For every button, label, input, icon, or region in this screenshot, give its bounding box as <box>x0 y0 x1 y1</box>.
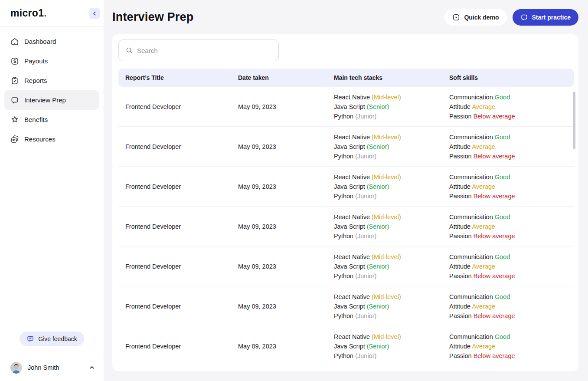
header-actions: Quick demo Start practice <box>444 9 578 26</box>
user-menu[interactable]: John Smith <box>0 354 104 381</box>
tech-stack-line: Java Script (Senior) <box>334 302 449 311</box>
soft-skill-line: Communication Good <box>449 292 574 302</box>
sidebar-nav: Dashboard$PayoutsReportsInterview PrepBe… <box>0 27 104 332</box>
tech-stack-line: Java Script (Senior) <box>334 342 449 351</box>
table-row[interactable]: Frontend DeveloperMay 09, 2023React Nati… <box>118 286 574 326</box>
sidebar-item-interview-prep[interactable]: Interview Prep <box>4 90 99 110</box>
give-feedback-label: Give feedback <box>38 335 77 342</box>
tech-stacks-cell: React Native (Mid-level)Java Script (Sen… <box>334 92 449 121</box>
tech-stack-name: React Native <box>334 293 370 300</box>
soft-skill-name: Communication <box>449 213 493 220</box>
tech-stack-line: Python (Junior) <box>334 191 449 201</box>
soft-skill-line: Passion Below average <box>449 191 574 201</box>
start-practice-label: Start practice <box>532 14 571 21</box>
soft-skill-line: Passion Below average <box>449 271 574 281</box>
soft-skills-cell: Communication GoodAttitude AveragePassio… <box>449 212 574 241</box>
tech-stack-line: React Native (Mid-level) <box>334 212 449 222</box>
soft-skill-name: Passion <box>449 193 472 200</box>
table-row[interactable]: Frontend DeveloperMay 09, 2023React Nati… <box>118 207 574 246</box>
soft-skill-name: Communication <box>449 253 493 260</box>
soft-skill-name: Attitude <box>449 263 470 270</box>
soft-skills-cell: Communication GoodAttitude AveragePassio… <box>449 132 574 161</box>
soft-skill-rating: Good <box>495 174 510 181</box>
sidebar-header: micro1. <box>0 0 104 27</box>
sidebar-item-resources[interactable]: Resources <box>4 129 99 149</box>
table-body: Frontend DeveloperMay 09, 2023React Nati… <box>118 87 574 366</box>
tech-stack-level: (Junior) <box>355 153 376 160</box>
tech-stack-level: (Junior) <box>355 233 376 240</box>
soft-skill-line: Attitude Average <box>449 142 574 151</box>
tech-stacks-cell: React Native (Mid-level)Java Script (Sen… <box>334 132 449 161</box>
soft-skill-name: Attitude <box>449 303 470 310</box>
tech-stack-line: React Native (Mid-level) <box>334 332 449 342</box>
star-icon <box>10 115 19 124</box>
table-row[interactable]: Frontend DeveloperMay 09, 2023React Nati… <box>118 167 574 207</box>
table-row[interactable]: Frontend DeveloperMay 09, 2023React Nati… <box>118 326 574 366</box>
tech-stack-name: React Native <box>334 94 370 101</box>
date-taken-cell: May 09, 2023 <box>238 103 334 110</box>
tech-stack-level: (Senior) <box>367 183 389 190</box>
sidebar-collapse-button[interactable] <box>89 8 100 19</box>
soft-skill-rating: Below average <box>474 352 515 359</box>
search-input[interactable] <box>137 47 272 54</box>
table-row[interactable]: Frontend DeveloperMay 09, 2023React Nati… <box>118 87 574 127</box>
sidebar-item-benefits[interactable]: Benefits <box>4 110 99 129</box>
soft-skill-line: Communication Good <box>449 212 574 222</box>
sidebar-item-reports[interactable]: Reports <box>4 71 99 90</box>
table-scrollbar-thumb[interactable] <box>573 92 575 149</box>
tech-stack-level: (Senior) <box>367 223 389 230</box>
tech-stack-level: (Senior) <box>367 103 389 110</box>
tech-stack-level: (Junior) <box>355 113 376 120</box>
soft-skill-rating: Good <box>495 134 510 141</box>
tech-stack-line: Java Script (Senior) <box>334 142 449 151</box>
soft-skill-line: Attitude Average <box>449 302 574 311</box>
sidebar-item-label: Dashboard <box>24 38 56 45</box>
tech-stack-name: Java Script <box>334 183 365 190</box>
tech-stack-name: React Native <box>334 134 370 141</box>
soft-skill-rating: Average <box>472 343 495 350</box>
play-demo-icon <box>452 13 460 21</box>
tech-stack-line: React Native (Mid-level) <box>334 172 449 182</box>
tech-stack-name: Python <box>334 113 353 120</box>
report-title-cell: Frontend Developer <box>118 343 238 350</box>
search-box <box>118 39 279 61</box>
reports-card: Report’s TitleDate takenMain tech stacks… <box>112 34 578 371</box>
sidebar-item-label: Resources <box>24 135 56 143</box>
sidebar: micro1. Dashboard$PayoutsReportsIntervie… <box>0 0 104 381</box>
soft-skill-line: Passion Below average <box>449 151 574 161</box>
sidebar-item-label: Reports <box>24 77 47 84</box>
tech-stack-line: React Native (Mid-level) <box>334 92 449 102</box>
tech-stack-level: (Junior) <box>355 273 376 279</box>
soft-skill-line: Passion Below average <box>449 112 574 121</box>
quick-demo-button[interactable]: Quick demo <box>444 9 506 26</box>
soft-skill-rating: Average <box>472 183 495 190</box>
soft-skill-rating: Average <box>472 303 495 310</box>
tech-stack-line: Java Script (Senior) <box>334 262 449 271</box>
tech-stacks-cell: React Native (Mid-level)Java Script (Sen… <box>334 172 449 201</box>
table-row[interactable]: Frontend DeveloperMay 09, 2023React Nati… <box>118 127 574 167</box>
give-feedback-button[interactable]: Give feedback <box>20 332 84 346</box>
soft-skill-rating: Below average <box>474 153 515 160</box>
tech-stack-line: Java Script (Senior) <box>334 182 449 191</box>
tech-stack-line: React Native (Mid-level) <box>334 292 449 302</box>
tech-stacks-cell: React Native (Mid-level)Java Script (Sen… <box>334 252 449 281</box>
quick-demo-label: Quick demo <box>464 14 499 21</box>
tech-stack-name: Java Script <box>334 303 365 310</box>
soft-skill-name: Communication <box>449 174 493 181</box>
soft-skills-cell: Communication GoodAttitude AveragePassio… <box>449 252 574 281</box>
sidebar-item-label: Interview Prep <box>24 96 66 104</box>
soft-skill-name: Communication <box>449 333 493 340</box>
sidebar-item-dashboard[interactable]: Dashboard <box>4 32 99 51</box>
table-row[interactable]: Frontend DeveloperMay 09, 2023React Nati… <box>118 246 574 286</box>
soft-skill-line: Communication Good <box>449 252 574 262</box>
tech-stack-line: Python (Junior) <box>334 351 449 361</box>
table-header-row: Report’s TitleDate takenMain tech stacks… <box>118 69 574 87</box>
tech-stack-level: (Junior) <box>355 193 376 200</box>
brand-logo[interactable]: micro1. <box>10 7 47 19</box>
date-taken-cell: May 09, 2023 <box>238 343 334 350</box>
sidebar-item-payouts[interactable]: $Payouts <box>4 51 99 71</box>
soft-skill-rating: Good <box>495 94 510 101</box>
search-icon <box>125 46 133 54</box>
tech-stack-level: (Mid-level) <box>372 213 401 220</box>
start-practice-button[interactable]: Start practice <box>513 9 578 26</box>
